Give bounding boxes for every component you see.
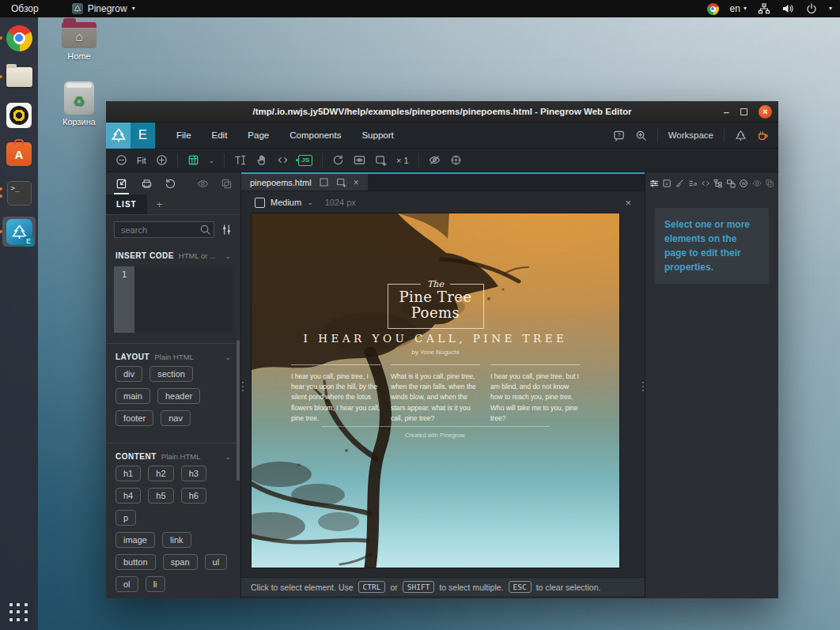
panel-resize-grip[interactable] bbox=[642, 382, 644, 391]
power-icon[interactable] bbox=[805, 2, 818, 15]
close-page-view-icon[interactable]: × bbox=[625, 197, 631, 209]
page-views-button[interactable] bbox=[187, 154, 199, 166]
element-h3[interactable]: h3 bbox=[181, 466, 206, 481]
section-layout[interactable]: LAYOUT Plain HTML ⌄ bbox=[106, 344, 240, 366]
hide-helpers-button[interactable] bbox=[429, 154, 441, 166]
element-div[interactable]: div bbox=[115, 366, 142, 382]
network-icon[interactable] bbox=[758, 2, 770, 15]
element-span[interactable]: span bbox=[163, 554, 198, 570]
menu-support[interactable]: Support bbox=[351, 130, 403, 140]
element-h2[interactable]: h2 bbox=[148, 466, 173, 481]
dock-item-ubuntu-software[interactable]: A bbox=[2, 139, 36, 169]
close-tab-icon[interactable]: × bbox=[354, 177, 359, 188]
properties-sliders-icon[interactable] bbox=[649, 178, 659, 189]
chrome-tray-icon[interactable] bbox=[707, 3, 719, 15]
insert-code-editor[interactable]: 1 bbox=[114, 266, 233, 333]
pine-tree-icon[interactable] bbox=[735, 130, 747, 141]
element-main[interactable]: main bbox=[115, 388, 150, 404]
element-footer[interactable]: footer bbox=[115, 410, 153, 426]
document-tab[interactable]: pinepoems.html × bbox=[241, 174, 368, 191]
style-brush-icon[interactable] bbox=[675, 178, 684, 189]
new-window-icon[interactable] bbox=[336, 177, 346, 187]
zoom-fit-button[interactable]: Fit bbox=[137, 156, 146, 165]
maximize-button[interactable] bbox=[740, 108, 747, 115]
element-ol[interactable]: ol bbox=[115, 576, 138, 592]
insert-elements-tab-icon[interactable] bbox=[115, 178, 127, 190]
code-area[interactable] bbox=[134, 266, 233, 333]
zoom-in-button[interactable] bbox=[156, 154, 168, 166]
menu-components[interactable]: Components bbox=[279, 130, 351, 140]
element-li[interactable]: li bbox=[146, 576, 165, 592]
duplicate-panel-icon[interactable] bbox=[765, 178, 774, 189]
page-preview[interactable]: The Pine Tree Poems I HEAR YOU CALL, PIN… bbox=[252, 213, 619, 568]
dock-item-chrome[interactable] bbox=[2, 23, 36, 53]
tab-list[interactable]: LIST bbox=[106, 194, 147, 214]
chevron-down-icon[interactable]: ⌄ bbox=[209, 157, 215, 164]
dock-item-terminal[interactable]: >_ bbox=[2, 178, 36, 208]
window-titlebar[interactable]: /tmp/.io.nwjs.jy5DWV/help/examples/pinep… bbox=[106, 101, 778, 123]
desktop-icon-home[interactable]: ⌂ Home bbox=[49, 22, 109, 61]
element-h4[interactable]: h4 bbox=[115, 488, 141, 504]
help-icon[interactable] bbox=[613, 130, 625, 141]
breakpoint-name[interactable]: Medium bbox=[271, 198, 301, 207]
new-window-button[interactable] bbox=[375, 154, 387, 166]
highlight-target-button[interactable] bbox=[450, 154, 462, 166]
element-link[interactable]: link bbox=[162, 532, 191, 548]
dock-item-rhythmbox[interactable] bbox=[2, 100, 36, 130]
menu-file[interactable]: File bbox=[166, 130, 202, 140]
dock-item-pinegrow[interactable]: E bbox=[2, 217, 36, 247]
element-nav[interactable]: nav bbox=[161, 410, 191, 426]
preview-button[interactable] bbox=[354, 154, 365, 166]
text-edit-tool[interactable] bbox=[234, 154, 246, 166]
library-icon[interactable] bbox=[141, 178, 153, 190]
volume-icon[interactable] bbox=[781, 2, 794, 15]
close-button[interactable]: × bbox=[759, 105, 772, 119]
menu-edit[interactable]: Edit bbox=[202, 130, 238, 140]
menu-page[interactable]: Page bbox=[237, 130, 279, 140]
chevron-down-icon[interactable]: ⌄ bbox=[307, 198, 313, 206]
element-h1[interactable]: h1 bbox=[115, 466, 141, 481]
zoom-out-button[interactable] bbox=[115, 154, 127, 166]
pinepoems-page[interactable]: The Pine Tree Poems I HEAR YOU CALL, PIN… bbox=[252, 213, 619, 568]
activities-button[interactable]: Обзор bbox=[0, 0, 50, 17]
dock-item-files[interactable] bbox=[2, 62, 36, 92]
js-mode-button[interactable]: JS bbox=[298, 155, 312, 166]
element-section[interactable]: section bbox=[149, 366, 193, 382]
breakpoint-checkbox[interactable] bbox=[255, 198, 265, 208]
eye-icon[interactable] bbox=[197, 178, 209, 190]
refresh-button[interactable] bbox=[332, 154, 344, 166]
component-box-icon[interactable] bbox=[662, 178, 672, 189]
element-h5[interactable]: h5 bbox=[148, 488, 173, 504]
chevron-down-icon[interactable]: ⌄ bbox=[225, 252, 231, 260]
filter-icon[interactable] bbox=[221, 224, 233, 236]
add-tab-button[interactable]: + bbox=[147, 194, 172, 214]
coffee-cup-icon[interactable] bbox=[757, 130, 769, 141]
desktop-icon-trash[interactable]: ♻ Корзина bbox=[49, 81, 109, 126]
minimize-button[interactable]: – bbox=[724, 107, 729, 117]
zoom-in-icon[interactable] bbox=[635, 130, 647, 141]
system-menu-arrow-icon[interactable]: ▾ bbox=[829, 6, 832, 12]
element-image[interactable]: image bbox=[115, 532, 155, 548]
duplicate-panel-icon[interactable] bbox=[221, 178, 233, 190]
scrollbar-thumb[interactable] bbox=[236, 340, 240, 481]
chevron-down-icon[interactable]: ⌄ bbox=[225, 453, 231, 461]
element-ul[interactable]: ul bbox=[205, 554, 228, 570]
section-insert-code[interactable]: INSERT CODE HTML or ... ⌄ bbox=[106, 243, 240, 265]
zoom-level[interactable]: × 1 bbox=[396, 156, 409, 165]
pinegrow-logo[interactable] bbox=[106, 123, 131, 149]
element-p[interactable]: p bbox=[115, 510, 136, 526]
section-content[interactable]: CONTENT Plain HTML ⌄ bbox=[106, 443, 240, 466]
element-h6[interactable]: h6 bbox=[181, 488, 206, 504]
undo-history-icon[interactable] bbox=[165, 178, 176, 190]
css-rules-icon[interactable] bbox=[688, 178, 698, 189]
show-applications-button[interactable] bbox=[9, 603, 28, 622]
panel-resize-grip[interactable] bbox=[242, 382, 244, 391]
element-button[interactable]: button bbox=[115, 554, 156, 570]
editor-logo-e[interactable]: E bbox=[131, 123, 155, 149]
eye-icon[interactable] bbox=[752, 178, 762, 189]
element-header[interactable]: header bbox=[157, 388, 200, 404]
code-editor-icon[interactable] bbox=[701, 178, 710, 189]
workspace-button[interactable]: Workspace bbox=[668, 130, 713, 140]
project-export-icon[interactable] bbox=[726, 178, 736, 189]
focused-app-menu[interactable]: Pinegrow ▾ bbox=[72, 3, 135, 14]
